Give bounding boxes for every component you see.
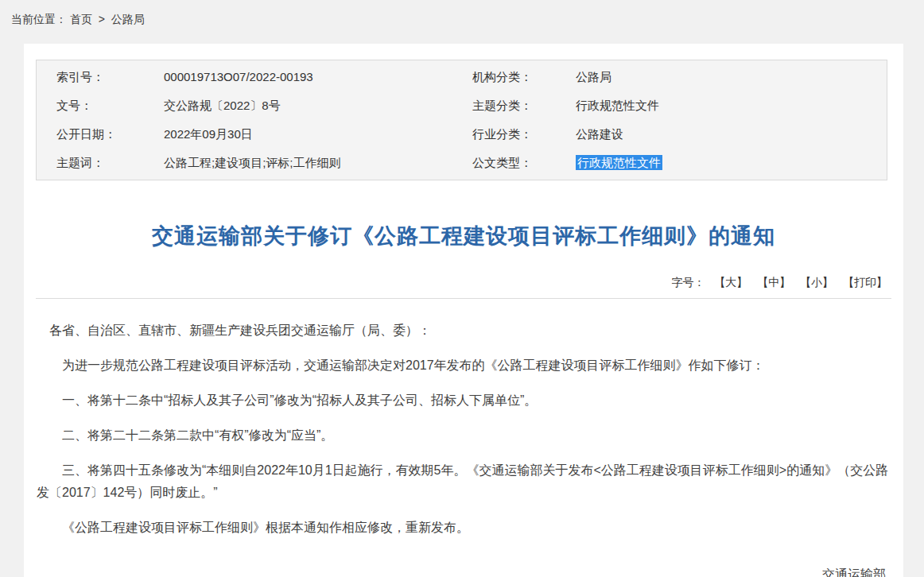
meta-label-index-number: 索引号：: [37, 63, 164, 91]
meta-value-org-category: 公路局: [576, 63, 887, 91]
meta-row-index: 索引号： 000019713O07/2022-00193 机构分类： 公路局: [37, 63, 887, 91]
paragraph-item-1: 一、将第十二条中“招标人及其子公司”修改为“招标人及其子公司、招标人下属单位”。: [37, 389, 891, 412]
signature-block: 交通运输部 2022年9月30日: [24, 564, 886, 577]
paragraph-item-3: 三、将第四十五条修改为“本细则自2022年10月1日起施行，有效期5年。《交通运…: [37, 459, 891, 504]
paragraph-closing: 《公路工程建设项目评标工作细则》根据本通知作相应修改，重新发布。: [37, 517, 891, 539]
font-size-large-button[interactable]: 【大】: [714, 276, 747, 290]
meta-row-publish-date: 公开日期： 2022年09月30日 行业分类： 公路建设: [37, 120, 887, 149]
breadcrumb-label: 当前位置：: [11, 13, 67, 25]
signature-issuer: 交通运输部: [24, 564, 886, 577]
paragraph-item-2: 二、将第二十二条第二款中“有权”修改为“应当”。: [37, 424, 891, 447]
meta-row-keywords: 主题词： 公路工程;建设项目;评标;工作细则 公文类型： 行政规范性文件: [37, 149, 887, 177]
meta-value-publish-date: 2022年09月30日: [164, 120, 472, 149]
font-size-controls: 字号： 【大】 【中】 【小】 【打印】: [24, 276, 887, 292]
meta-value-doc-type: 行政规范性文件: [576, 149, 887, 177]
document-card: 索引号： 000019713O07/2022-00193 机构分类： 公路局 文…: [24, 44, 903, 577]
document-body: 各省、自治区、直辖市、新疆生产建设兵团交通运输厅（局、委）： 为进一步规范公路工…: [24, 299, 903, 539]
document-title: 交通运输部关于修订《公路工程建设项目评标工作细则》的通知: [56, 222, 872, 250]
document-meta-table: 索引号： 000019713O07/2022-00193 机构分类： 公路局 文…: [36, 60, 887, 180]
paragraph-intro: 为进一步规范公路工程建设项目评标活动，交通运输部决定对2017年发布的《公路工程…: [37, 354, 891, 377]
selected-text-highlight: 行政规范性文件: [576, 155, 662, 170]
breadcrumb: 当前位置： 首页 > 公路局: [0, 0, 924, 44]
paragraph-salutation: 各省、自治区、直辖市、新疆生产建设兵团交通运输厅（局、委）：: [37, 319, 891, 342]
breadcrumb-current: 公路局: [111, 13, 145, 25]
meta-label-publish-date: 公开日期：: [37, 120, 164, 149]
meta-label-topic-category: 主题分类：: [472, 91, 576, 120]
print-button[interactable]: 【打印】: [843, 276, 887, 290]
meta-label-industry-category: 行业分类：: [472, 120, 576, 149]
meta-row-doc-number: 文号： 交公路规〔2022〕8号 主题分类： 行政规范性文件: [37, 91, 887, 120]
meta-value-topic-category: 行政规范性文件: [576, 91, 887, 120]
meta-label-doc-type: 公文类型：: [472, 149, 576, 177]
font-size-small-button[interactable]: 【小】: [800, 276, 833, 290]
font-size-medium-button[interactable]: 【中】: [757, 276, 790, 290]
font-size-label: 字号：: [671, 276, 705, 288]
meta-value-index-number: 000019713O07/2022-00193: [164, 63, 472, 91]
meta-value-industry-category: 公路建设: [576, 120, 887, 149]
meta-value-doc-number: 交公路规〔2022〕8号: [164, 91, 472, 120]
breadcrumb-separator: >: [99, 13, 105, 25]
meta-label-org-category: 机构分类：: [472, 63, 576, 91]
meta-label-doc-number: 文号：: [37, 91, 164, 120]
meta-label-keywords: 主题词：: [37, 149, 164, 177]
meta-value-keywords: 公路工程;建设项目;评标;工作细则: [164, 149, 472, 177]
breadcrumb-home-link[interactable]: 首页: [70, 13, 92, 25]
